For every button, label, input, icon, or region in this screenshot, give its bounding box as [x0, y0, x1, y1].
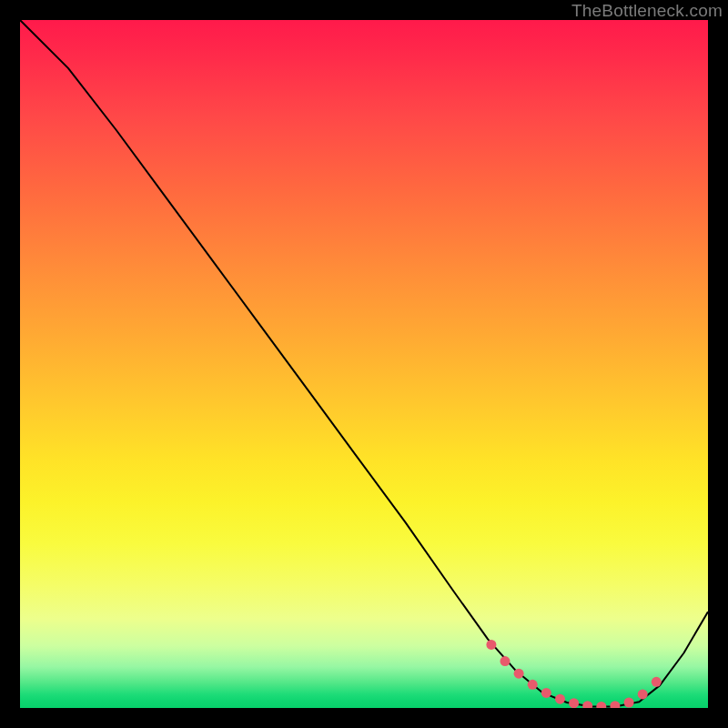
highlight-dot — [624, 698, 634, 708]
highlight-dot — [486, 640, 496, 650]
highlight-dot — [638, 689, 648, 699]
highlight-dot — [500, 656, 511, 666]
highlight-dot — [596, 702, 606, 708]
bottleneck-curve — [20, 20, 708, 707]
highlight-dot — [652, 677, 662, 687]
highlight-dot — [569, 698, 579, 708]
curve-layer — [20, 20, 708, 708]
highlight-dot — [555, 694, 565, 704]
highlight-dots — [486, 640, 661, 708]
highlight-dot — [582, 701, 592, 708]
chart-stage: TheBottleneck.com — [0, 0, 728, 728]
plot-area — [20, 20, 708, 708]
highlight-dot — [528, 680, 538, 690]
highlight-dot — [514, 669, 524, 679]
highlight-dot — [610, 701, 620, 708]
watermark-text: TheBottleneck.com — [571, 1, 723, 21]
highlight-dot — [541, 688, 551, 698]
